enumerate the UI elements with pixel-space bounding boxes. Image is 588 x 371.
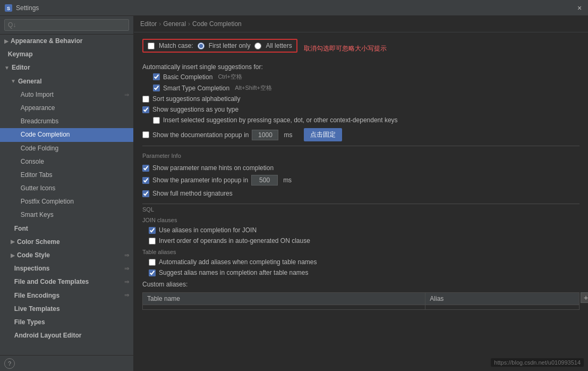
arrow-icon: ▶ — [11, 238, 15, 246]
join-clauses-label: JOIN clauses — [142, 217, 580, 223]
doc-popup-checkbox[interactable] — [142, 131, 149, 138]
sidebar-item-file-types[interactable]: File Types — [0, 316, 133, 329]
sidebar-item-keymap[interactable]: Keymap — [0, 48, 133, 61]
match-case-label: Match case: — [159, 42, 193, 49]
match-case-checkbox[interactable] — [148, 43, 155, 49]
sidebar-item-inspections[interactable]: Inspections ⇒ — [0, 262, 133, 275]
sidebar-item-label: Console — [21, 157, 44, 167]
breadcrumb-sep: › — [159, 20, 161, 28]
add-alias-button[interactable]: + — [581, 292, 588, 303]
sidebar-item-label: Postfix Completion — [21, 197, 74, 207]
invert-order-label: Invert order of operands in auto-generat… — [159, 237, 310, 244]
sidebar-item-label: File Encodings — [14, 291, 59, 301]
sidebar-item-code-style[interactable]: ▶ Code Style ⇒ — [0, 249, 133, 262]
arrow-icon — [17, 117, 19, 126]
sidebar-item-code-completion[interactable]: Code Completion — [0, 128, 133, 141]
sidebar-item-breadcrumbs[interactable]: Breadcrumbs — [0, 115, 133, 128]
show-param-hints-row: Show parameter name hints on completion — [142, 164, 580, 172]
search-input[interactable] — [4, 19, 129, 31]
smart-type-checkbox[interactable] — [153, 85, 160, 91]
ms-label2: ms — [283, 176, 292, 184]
arrow-icon — [17, 184, 19, 193]
use-aliases-checkbox[interactable] — [149, 227, 156, 234]
settings-content: Match case: First letter only All letter… — [134, 32, 588, 371]
sidebar-item-color-scheme[interactable]: ▶ Color Scheme — [0, 235, 133, 249]
show-param-hints-checkbox[interactable] — [142, 165, 149, 172]
sidebar-item-label: Smart Keys — [21, 210, 54, 220]
sidebar-item-android-layout-editor[interactable]: Android Layout Editor — [0, 329, 133, 342]
basic-completion-checkbox[interactable] — [153, 73, 160, 80]
show-full-method-row: Show full method signatures — [142, 190, 580, 197]
sidebar-item-general[interactable]: ▼ General — [0, 75, 133, 88]
table-wrapper: Table name Alias + — [142, 292, 580, 310]
param-popup-checkbox[interactable] — [142, 177, 149, 184]
insert-selected-checkbox[interactable] — [153, 117, 160, 124]
smart-type-row: Smart Type Completion Alt+Shift+空格 — [142, 84, 580, 92]
sql-label: SQL — [142, 206, 580, 213]
sort-suggestions-checkbox[interactable] — [142, 96, 149, 103]
settings-icon: ⇒ — [124, 264, 129, 274]
breadcrumb: Editor › General › Code Completion — [134, 16, 588, 32]
bottom-bar: ? — [0, 355, 133, 371]
alias-col-header: Alias — [425, 293, 580, 305]
sidebar-item-appearance-behavior[interactable]: ▶ Appearance & Behavior — [0, 35, 133, 48]
sidebar-item-smart-keys[interactable]: Smart Keys — [0, 208, 133, 222]
auto-add-aliases-row: Automatically add aliases when completin… — [142, 258, 580, 266]
sidebar-item-editor-tabs[interactable]: Editor Tabs — [0, 168, 133, 182]
show-full-method-checkbox[interactable] — [142, 190, 149, 197]
arrow-icon — [11, 318, 12, 327]
arrow-icon: ▼ — [4, 64, 10, 72]
arrow-icon — [11, 305, 12, 313]
auto-add-aliases-checkbox[interactable] — [149, 259, 156, 266]
suggest-alias-checkbox[interactable] — [149, 269, 156, 276]
sidebar-item-postfix-completion[interactable]: Postfix Completion — [0, 195, 133, 208]
arrow-icon — [11, 291, 12, 300]
doc-popup-value[interactable] — [252, 130, 278, 140]
arrow-icon — [11, 278, 12, 286]
show-doc-label: Show the documentation popup in — [152, 131, 249, 139]
insert-selected-row: Insert selected suggestion by pressing s… — [142, 116, 580, 124]
first-letter-radio[interactable] — [198, 43, 204, 49]
invert-order-checkbox[interactable] — [149, 238, 156, 244]
sidebar-item-font[interactable]: Font — [0, 222, 133, 235]
titlebar: S Settings × — [0, 0, 588, 16]
help-button[interactable]: ? — [4, 358, 15, 369]
all-letters-radio[interactable] — [254, 43, 261, 49]
main-layout: ▶ Appearance & Behavior Keymap ▼ Editor … — [0, 16, 588, 371]
sidebar-item-label: Live Templates — [14, 304, 60, 314]
basic-completion-label: Basic Completion — [163, 73, 212, 81]
insert-selected-label: Insert selected suggestion by pressing s… — [163, 116, 398, 124]
sidebar-item-file-and-code-templates[interactable]: File and Code Templates ⇒ — [0, 275, 133, 289]
arrow-icon — [11, 224, 12, 233]
doc-popup-row: Show the documentation popup in ms 点击固定 — [142, 128, 580, 141]
fix-button[interactable]: 点击固定 — [304, 128, 342, 141]
suggest-alias-label: Suggest alias names in completion after … — [159, 269, 309, 276]
watermark: https://blog.csdn.net/u010993514 — [491, 358, 584, 367]
sidebar-item-label: Appearance & Behavior — [11, 36, 82, 46]
content-area: Editor › General › Code Completion Match… — [134, 16, 588, 371]
param-popup-value[interactable] — [251, 175, 278, 186]
all-letters-label: All letters — [266, 42, 292, 49]
close-button[interactable]: × — [575, 4, 584, 12]
sidebar-item-appearance[interactable]: Appearance — [0, 102, 133, 115]
sidebar-item-console[interactable]: Console — [0, 155, 133, 168]
sidebar-item-file-encodings[interactable]: File Encodings ⇒ — [0, 289, 133, 302]
sidebar-item-editor[interactable]: ▼ Editor — [0, 61, 133, 74]
arrow-icon — [17, 171, 19, 179]
sidebar-item-live-templates[interactable]: Live Templates — [0, 302, 133, 316]
sidebar-item-code-folding[interactable]: Code Folding — [0, 142, 133, 155]
show-suggestions-checkbox[interactable] — [142, 106, 149, 113]
app-icon: S — [4, 4, 13, 12]
auto-insert-row: Automatically insert single suggestions … — [142, 63, 580, 71]
sidebar-item-label: Code Folding — [21, 144, 58, 154]
sidebar-item-label: Breadcrumbs — [21, 116, 58, 127]
settings-icon: ⇒ — [124, 251, 129, 260]
sidebar-item-label: Appearance — [21, 103, 55, 113]
sidebar-item-label: File Types — [14, 317, 45, 327]
search-box — [0, 16, 133, 35]
sidebar-item-auto-import[interactable]: Auto Import ⇒ — [0, 88, 133, 102]
use-aliases-row: Use aliases in completion for JOIN — [142, 226, 580, 234]
sql-section: SQL JOIN clauses Use aliases in completi… — [142, 204, 580, 310]
sidebar-item-gutter-icons[interactable]: Gutter Icons — [0, 182, 133, 195]
sort-suggestions-label: Sort suggestions alphabetically — [152, 95, 240, 103]
